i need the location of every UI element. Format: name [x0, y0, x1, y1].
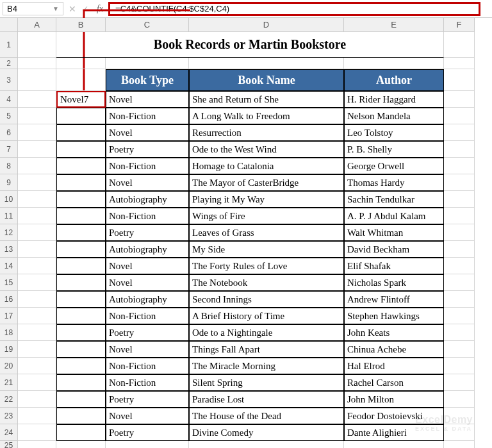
- cell-name-4[interactable]: She and Return of She: [189, 91, 344, 108]
- cell-A23[interactable]: [18, 408, 56, 424]
- row-header-7[interactable]: 7: [0, 141, 18, 158]
- cell-author-12[interactable]: Walt Whitman: [344, 224, 444, 241]
- select-all-corner[interactable]: [0, 18, 18, 32]
- cell-name-10[interactable]: Playing it My Way: [189, 191, 344, 208]
- cell-B10[interactable]: [56, 191, 106, 208]
- cell-author-7[interactable]: P. B. Shelly: [344, 141, 444, 158]
- cell-type-11[interactable]: Non-Fiction: [106, 208, 189, 224]
- cell-A20[interactable]: [18, 358, 56, 374]
- cell-r25-1[interactable]: [56, 441, 106, 448]
- cell-name-16[interactable]: Second Innings: [189, 291, 344, 308]
- cell-A4[interactable]: [18, 91, 56, 108]
- cell-A19[interactable]: [18, 341, 56, 358]
- cell-r25-5[interactable]: [444, 441, 475, 448]
- cell-type-5[interactable]: Non-Fiction: [106, 108, 189, 124]
- cell-F16[interactable]: [444, 291, 475, 308]
- cell-author-21[interactable]: Rachel Carson: [344, 374, 444, 391]
- cell-author-24[interactable]: Dante Alighieri: [344, 424, 444, 441]
- cell-B9[interactable]: [56, 174, 106, 191]
- cell-name-23[interactable]: The House of the Dead: [189, 408, 344, 424]
- cell-B11[interactable]: [56, 208, 106, 224]
- cell-A11[interactable]: [18, 208, 56, 224]
- column-header-A[interactable]: A: [18, 18, 56, 32]
- cell-F22[interactable]: [444, 391, 475, 408]
- cell-A14[interactable]: [18, 258, 56, 274]
- cell-F24[interactable]: [444, 424, 475, 441]
- cell-F6[interactable]: [444, 124, 475, 141]
- cell-A16[interactable]: [18, 291, 56, 308]
- row-header-19[interactable]: 19: [0, 341, 18, 358]
- cell-A8[interactable]: [18, 158, 56, 174]
- cell-author-16[interactable]: Andrew Flintoff: [344, 291, 444, 308]
- cell-name-17[interactable]: A Brief History of Time: [189, 308, 344, 324]
- cell-type-17[interactable]: Non-Fiction: [106, 308, 189, 324]
- cell-type-12[interactable]: Poetry: [106, 224, 189, 241]
- cell-name-8[interactable]: Homage to Catalonia: [189, 158, 344, 174]
- cell-B20[interactable]: [56, 358, 106, 374]
- cell-A18[interactable]: [18, 324, 56, 341]
- row-header-3[interactable]: 3: [0, 69, 18, 91]
- row-header-11[interactable]: 11: [0, 208, 18, 224]
- cell-B18[interactable]: [56, 324, 106, 341]
- cell-A7[interactable]: [18, 141, 56, 158]
- cell-type-20[interactable]: Non-Fiction: [106, 358, 189, 374]
- cell-r25-3[interactable]: [189, 441, 344, 448]
- cell-type-13[interactable]: Autobiography: [106, 241, 189, 258]
- row-header-4[interactable]: 4: [0, 91, 18, 108]
- row-header-22[interactable]: 22: [0, 391, 18, 408]
- chevron-down-icon[interactable]: ▼: [53, 5, 59, 12]
- row-header-1[interactable]: 1: [0, 32, 18, 58]
- cell-A6[interactable]: [18, 124, 56, 141]
- cell-B6[interactable]: [56, 124, 106, 141]
- cell-name-15[interactable]: The Notebook: [189, 274, 344, 291]
- cell-B4[interactable]: Novel7: [56, 91, 106, 108]
- row-header-18[interactable]: 18: [0, 324, 18, 341]
- cell-r2-4[interactable]: [344, 58, 444, 69]
- cell-type-6[interactable]: Novel: [106, 124, 189, 141]
- spreadsheet-grid[interactable]: ABCDEF1Book Records or Martin Bookstore2…: [0, 18, 492, 448]
- cell-A10[interactable]: [18, 191, 56, 208]
- cell-A21[interactable]: [18, 374, 56, 391]
- cell-type-14[interactable]: Novel: [106, 258, 189, 274]
- cell-F12[interactable]: [444, 224, 475, 241]
- cell-F19[interactable]: [444, 341, 475, 358]
- cell-B23[interactable]: [56, 408, 106, 424]
- cell-type-9[interactable]: Novel: [106, 174, 189, 191]
- cell-name-22[interactable]: Paradise Lost: [189, 391, 344, 408]
- cell-B17[interactable]: [56, 308, 106, 324]
- cell-type-15[interactable]: Novel: [106, 274, 189, 291]
- cell-type-16[interactable]: Autobiography: [106, 291, 189, 308]
- row-header-6[interactable]: 6: [0, 124, 18, 141]
- cell-r2-2[interactable]: [106, 58, 189, 69]
- row-header-23[interactable]: 23: [0, 408, 18, 424]
- cell-name-20[interactable]: The Miracle Morning: [189, 358, 344, 374]
- cell-F20[interactable]: [444, 358, 475, 374]
- cell-name-12[interactable]: Leaves of Grass: [189, 224, 344, 241]
- cell-F23[interactable]: [444, 408, 475, 424]
- cell-author-20[interactable]: Hal Elrod: [344, 358, 444, 374]
- cell-F14[interactable]: [444, 258, 475, 274]
- name-box[interactable]: B4 ▼: [3, 2, 63, 15]
- column-header-F[interactable]: F: [444, 18, 475, 32]
- cell-type-4[interactable]: Novel: [106, 91, 189, 108]
- cell-name-19[interactable]: Things Fall Apart: [189, 341, 344, 358]
- cell-F10[interactable]: [444, 191, 475, 208]
- cell-type-8[interactable]: Non-Fiction: [106, 158, 189, 174]
- cell-A22[interactable]: [18, 391, 56, 408]
- cell-A13[interactable]: [18, 241, 56, 258]
- cell-r25-4[interactable]: [344, 441, 444, 448]
- cell-F4[interactable]: [444, 91, 475, 108]
- cell-A5[interactable]: [18, 108, 56, 124]
- cell-name-14[interactable]: The Forty Rules of Love: [189, 258, 344, 274]
- row-header-17[interactable]: 17: [0, 308, 18, 324]
- cell-type-21[interactable]: Non-Fiction: [106, 374, 189, 391]
- row-header-10[interactable]: 10: [0, 191, 18, 208]
- cell-name-11[interactable]: Wings of Fire: [189, 208, 344, 224]
- cell-author-23[interactable]: Feodor Dostoievski: [344, 408, 444, 424]
- cell-B7[interactable]: [56, 141, 106, 158]
- row-header-14[interactable]: 14: [0, 258, 18, 274]
- cell-type-7[interactable]: Poetry: [106, 141, 189, 158]
- cell-B24[interactable]: [56, 424, 106, 441]
- cell-F7[interactable]: [444, 141, 475, 158]
- row-header-20[interactable]: 20: [0, 358, 18, 374]
